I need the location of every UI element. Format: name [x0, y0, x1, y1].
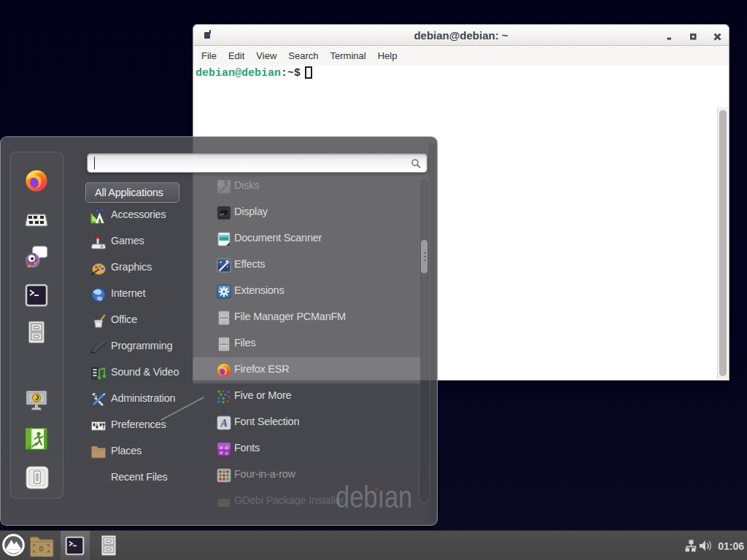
svg-text:D: D	[39, 545, 44, 553]
svg-text:ɑ: ɑ	[225, 450, 228, 456]
svg-text:A: A	[220, 418, 227, 429]
svg-text:a: a	[220, 449, 222, 456]
